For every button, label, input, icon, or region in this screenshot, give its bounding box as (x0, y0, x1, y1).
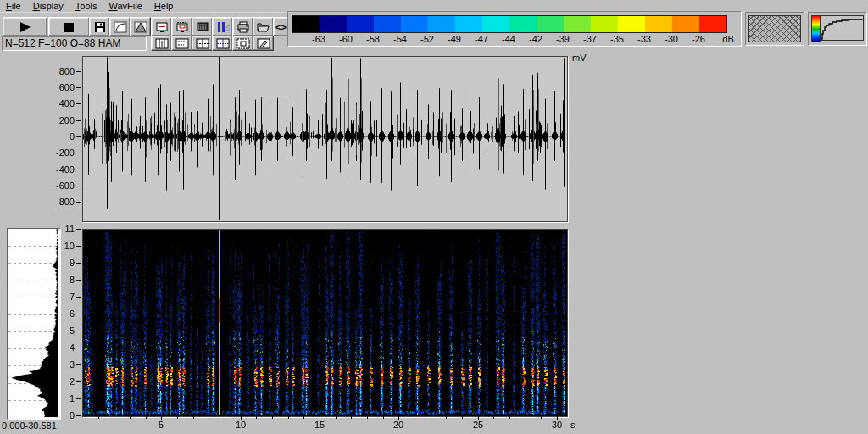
rainbow-scale-icon (811, 15, 821, 42)
time-range-label: 0.000-30.581 (2, 420, 57, 431)
axis-tick (256, 416, 257, 419)
view-levels-button[interactable]: S (212, 17, 233, 36)
axis-tick (76, 170, 81, 170)
amplitude-colorbar: -63-60-58-54-52-49-47-44-42-39-37-35-33-… (287, 11, 742, 47)
axis-tick (336, 416, 337, 419)
view-texture-button[interactable] (192, 17, 213, 36)
axis-tick (446, 416, 447, 419)
view-scroll-button[interactable] (171, 17, 192, 36)
axis-tick (462, 416, 463, 419)
annotate-button[interactable] (253, 36, 274, 51)
layout-single-button[interactable] (232, 36, 253, 51)
colorbar-db-label: -58 (362, 34, 384, 44)
axis-tick (76, 153, 81, 153)
waveform-tick-label: 0 (47, 131, 75, 142)
axis-tick (76, 415, 81, 416)
axis-tick (146, 416, 147, 419)
time-tick-label: 30 (547, 420, 567, 430)
axis-tick (526, 416, 526, 419)
pencil-icon (257, 38, 270, 49)
waveform-tick-label: 800 (47, 66, 75, 76)
layout-panes-button[interactable] (151, 36, 172, 51)
layout-dotted-button[interactable] (171, 36, 192, 51)
colorbar-segment (645, 16, 672, 32)
palette-curve-button[interactable] (109, 17, 131, 36)
colorbar-segment (672, 16, 699, 32)
colorbar-gradient (292, 15, 727, 33)
waveform-tick-label: -400 (47, 164, 75, 175)
colorbar-segment (320, 16, 347, 32)
menu-wavfile[interactable]: WavFile (103, 0, 148, 12)
colorbar-segment (401, 16, 428, 32)
colorbar-db-label: -33 (633, 34, 655, 44)
colorbar-segment (564, 16, 591, 32)
axis-tick (493, 416, 494, 419)
axis-tick (303, 416, 304, 419)
waveform-tick-label: 200 (47, 115, 75, 125)
axis-tick (76, 103, 81, 104)
axis-tick (209, 416, 209, 419)
axis-tick (76, 71, 81, 72)
colorbar-db-label: -44 (498, 34, 520, 44)
axis-tick (76, 120, 81, 121)
time-tick-label: 20 (388, 420, 409, 430)
menu-tools[interactable]: Tools (70, 0, 103, 12)
freq-tick-label: 7 (59, 292, 75, 302)
axis-tick (193, 416, 194, 419)
freq-tick-label: 2 (59, 376, 75, 387)
play-icon (17, 21, 34, 33)
view-spectrogram-button[interactable] (151, 17, 172, 36)
waveform-tick-label: -600 (47, 181, 75, 191)
svg-text:<>: <> (275, 22, 287, 32)
freq-tick-label: 5 (59, 326, 75, 336)
time-tick-label: 5 (151, 420, 171, 430)
axis-tick (288, 416, 289, 419)
save-button[interactable] (89, 17, 110, 36)
angle-brackets-icon: <> (275, 21, 287, 33)
gamma-curve-icon (114, 21, 127, 33)
freq-tick-label: 9 (59, 258, 75, 268)
monitor-dashed-icon (175, 21, 189, 33)
colorbar-segment (537, 16, 564, 32)
colorbar-db-label: -47 (470, 34, 492, 44)
layout-quad-alt-button[interactable] (212, 36, 233, 51)
axis-tick (76, 87, 81, 88)
monitor-line-icon (155, 21, 169, 33)
window-function-button[interactable] (130, 17, 151, 36)
spectrogram-plot (83, 230, 565, 415)
axis-tick (76, 331, 81, 331)
print-button[interactable] (232, 17, 253, 36)
crosshatch-pattern-icon (748, 15, 801, 42)
colorbar-segment (374, 16, 401, 32)
analysis-settings-field: N=512 F=100 O=88 HAM (2, 36, 147, 51)
colorbar-db-label: -60 (335, 34, 357, 44)
play-button[interactable] (3, 17, 47, 36)
stop-button[interactable] (48, 17, 90, 36)
freq-tick-label: 4 (59, 342, 75, 353)
layout-quad-button[interactable] (192, 36, 213, 51)
axis-tick (76, 314, 81, 314)
axis-tick (225, 416, 225, 419)
axis-tick (76, 136, 81, 137)
freq-tick-label: 11 (59, 224, 75, 234)
colorbar-db-label: -63 (308, 34, 330, 44)
colorbar-segment (509, 16, 537, 32)
menu-file[interactable]: File (0, 0, 27, 12)
freq-tick-label: 6 (59, 309, 75, 319)
colorbar-unit-label: dB (717, 34, 739, 44)
colorbar-db-label: -35 (606, 34, 628, 44)
menu-help[interactable]: Help (148, 0, 180, 12)
menu-display[interactable]: Display (27, 0, 70, 12)
open-file-button[interactable] (253, 17, 274, 36)
waveform-tick-label: -200 (47, 147, 75, 158)
grid-dashed-icon (175, 38, 189, 49)
axis-tick (383, 416, 384, 419)
axis-tick (177, 416, 178, 419)
waveform-plot (83, 57, 565, 220)
freq-tick-label: 3 (59, 359, 75, 370)
texture-preview (745, 12, 804, 46)
axis-tick (431, 416, 431, 419)
average-spectrum-plot (8, 229, 58, 417)
palette-curve-preview (808, 12, 867, 46)
stop-icon (61, 21, 78, 33)
